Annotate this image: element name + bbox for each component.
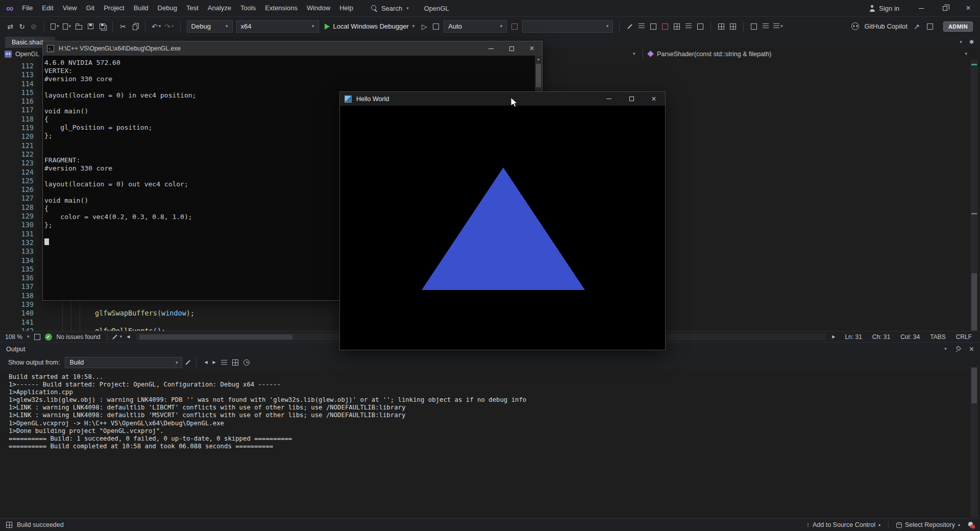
sign-in-button[interactable]: Sign in [869, 5, 899, 12]
notifications-button[interactable] [968, 522, 974, 528]
menu-extensions[interactable]: Extensions [260, 0, 302, 16]
output-source-dropdown[interactable]: Build [65, 357, 182, 368]
console-title-bar[interactable]: H:\C++ VS\OpenGL\x64\Debug\OpenGL.exe [43, 41, 542, 56]
github-copilot-label[interactable]: GitHub Copilot [864, 22, 908, 30]
tabs-indicator[interactable]: TABS [930, 333, 945, 341]
menu-build[interactable]: Build [129, 0, 153, 16]
output-log[interactable]: Build started at 10:58...1>------ Build … [0, 373, 969, 518]
error-list-icon[interactable] [649, 21, 657, 32]
scrollbar-thumb[interactable] [971, 368, 977, 403]
menu-edit[interactable]: Edit [37, 0, 58, 16]
breakpoints-window-icon[interactable] [661, 21, 669, 32]
panel-menu-icon[interactable] [944, 347, 947, 351]
fit-frame-icon[interactable] [34, 334, 40, 340]
select-repository-button[interactable]: Select Repository [896, 521, 960, 528]
configuration-dropdown[interactable]: Debug [187, 20, 233, 33]
hello-maximize-button[interactable] [620, 92, 643, 106]
code-line-140[interactable]: glfwSwapBuffers(window); [95, 309, 194, 318]
next-message-icon[interactable] [213, 360, 216, 365]
indent-decrease-icon[interactable] [717, 21, 725, 32]
stop-refresh-icon[interactable] [30, 21, 38, 32]
properties-window-icon[interactable] [684, 21, 693, 32]
tab-list-dropdown-icon[interactable] [960, 40, 962, 44]
code-cleanup-dropdown-icon[interactable] [120, 334, 122, 339]
menu-tools[interactable]: Tools [236, 0, 260, 16]
refresh-icon[interactable] [18, 21, 26, 32]
comment-icon[interactable] [750, 21, 758, 32]
admin-badge[interactable]: ADMIN [943, 21, 973, 32]
console-maximize-button[interactable] [501, 41, 522, 56]
console-close-button[interactable] [522, 41, 542, 56]
cut-button[interactable] [119, 21, 127, 32]
menu-window[interactable]: Window [302, 0, 335, 16]
output-vertical-scrollbar[interactable] [970, 367, 978, 517]
start-debugging-button[interactable]: Local Windows Debugger [323, 22, 417, 30]
hello-world-window[interactable]: Hello World [339, 91, 666, 350]
new-project-button[interactable] [51, 21, 59, 32]
background-task-icon[interactable] [6, 522, 12, 528]
redo-button[interactable] [164, 21, 174, 32]
timestamp-icon[interactable] [243, 359, 250, 366]
zoom-level[interactable]: 108 % [5, 333, 22, 341]
indent-increase-icon[interactable] [729, 21, 737, 32]
scrollbar-thumb[interactable] [971, 273, 977, 330]
settings-gear-icon[interactable] [969, 39, 974, 45]
menu-help[interactable]: Help [335, 0, 358, 16]
word-wrap-icon[interactable] [762, 21, 770, 32]
previous-message-icon[interactable] [204, 360, 207, 365]
close-button[interactable] [957, 0, 980, 16]
add-to-source-control-button[interactable]: Add to Source Control [806, 521, 880, 528]
menu-file[interactable]: File [17, 0, 37, 16]
navigate-backward-icon[interactable] [6, 21, 14, 32]
health-status[interactable]: No issues found [57, 333, 101, 341]
hello-minimize-button[interactable] [598, 92, 620, 106]
menu-test[interactable]: Test [182, 0, 203, 16]
goto-message-icon[interactable] [186, 360, 191, 365]
solution-explorer-icon[interactable] [673, 21, 681, 32]
close-panel-icon[interactable] [969, 345, 974, 353]
type-dropdown[interactable] [633, 48, 635, 60]
code-line-142[interactable]: glfwPollEvents(); [95, 327, 165, 331]
console-minimize-button[interactable] [481, 41, 501, 56]
save-all-button[interactable] [98, 21, 106, 32]
feedback-icon[interactable] [926, 21, 934, 32]
undo-button[interactable] [152, 21, 161, 32]
hot-reload-icon[interactable] [510, 21, 519, 32]
add-item-button[interactable] [63, 21, 71, 32]
scrollbar-thumb[interactable] [536, 64, 541, 87]
command-window-icon[interactable] [638, 21, 646, 32]
hello-close-button[interactable] [643, 92, 665, 106]
tools-options-icon[interactable] [626, 21, 634, 32]
save-button[interactable] [86, 21, 94, 32]
member-dropdown[interactable]: ParseShader(const std::string & filepath… [644, 48, 972, 60]
horizontal-scrollbar-thumb[interactable] [139, 334, 292, 340]
open-file-button[interactable] [75, 21, 83, 32]
restore-button[interactable] [933, 0, 957, 16]
hello-world-title-bar[interactable]: Hello World [340, 92, 665, 106]
menu-analyze[interactable]: Analyze [203, 0, 236, 16]
zoom-dropdown-icon[interactable] [27, 334, 30, 339]
menu-view[interactable]: View [58, 0, 82, 16]
navigate-menu-icon[interactable] [773, 21, 783, 32]
toolbar-search-combo[interactable] [522, 20, 613, 33]
share-icon[interactable] [913, 21, 921, 32]
profiler-icon[interactable] [432, 21, 440, 32]
scroll-right-icon[interactable] [832, 335, 835, 339]
start-without-debugging-button[interactable] [420, 21, 428, 32]
editor-vertical-scrollbar[interactable] [970, 60, 978, 331]
search-box[interactable]: Search [371, 5, 409, 12]
pin-icon[interactable] [955, 346, 961, 352]
scroll-left-icon[interactable] [127, 335, 130, 339]
copy-button[interactable] [131, 21, 139, 32]
minimize-button[interactable] [910, 0, 933, 16]
menu-project[interactable]: Project [99, 0, 129, 16]
word-wrap-icon[interactable] [232, 359, 238, 366]
code-cleanup-icon[interactable] [112, 334, 117, 340]
clear-all-icon[interactable] [221, 360, 227, 366]
menu-git[interactable]: Git [82, 0, 100, 16]
line-ending-indicator[interactable]: CRLF [956, 333, 972, 341]
scroll-up-icon[interactable]: ▲ [535, 56, 542, 62]
find-in-files-icon[interactable] [696, 21, 704, 32]
menu-debug[interactable]: Debug [153, 0, 182, 16]
watch-mode-dropdown[interactable]: Auto [444, 20, 507, 33]
